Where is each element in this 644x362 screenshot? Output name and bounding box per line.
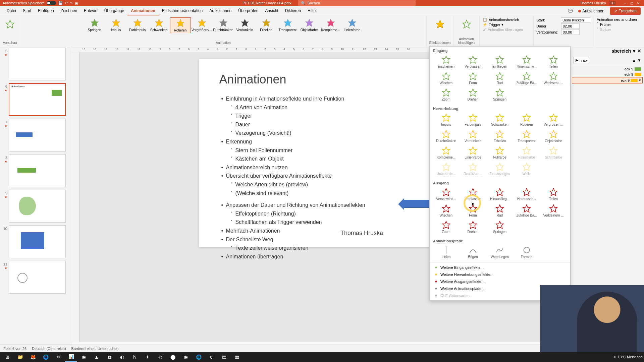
dropdown-item-form[interactable]: Form	[460, 203, 486, 219]
dropdown-item-verschwind[interactable]: Verschwind...	[433, 186, 459, 202]
app-icon-1[interactable]: ◉	[78, 352, 90, 362]
record-button[interactable]: Aufzeichnen	[576, 8, 607, 14]
redo-icon[interactable]: ↷	[70, 1, 73, 5]
thumbnail-10[interactable]: 10	[1, 225, 70, 258]
explorer-icon[interactable]: 📁	[14, 352, 26, 362]
ribbon-anim-verdunkeln[interactable]: Verdunkeln	[234, 17, 255, 33]
copy-anim-button[interactable]: 🖌 Animation übertragen	[483, 27, 531, 32]
dropdown-item-formen[interactable]: Formen	[514, 244, 540, 260]
dropdown-item-erhellen[interactable]: Erhellen	[487, 128, 513, 144]
dropdown-item-hineinschw[interactable]: Hineinschw...	[514, 54, 540, 70]
search-box[interactable]: 🔍 Suchen	[298, 0, 416, 6]
edge-icon[interactable]: e	[205, 352, 217, 362]
dropdown-item-teilen[interactable]: Teilen	[540, 54, 567, 70]
dropdown-item-schwanken[interactable]: Schwanken	[487, 112, 513, 128]
dropdown-item-drehen[interactable]: Drehen	[460, 219, 486, 235]
dropdown-footer-2[interactable]: ★ Weitere Ausgangseffekte...	[430, 278, 570, 285]
app-icon-4[interactable]: ◎	[154, 352, 166, 362]
outlook-icon[interactable]: ✉	[52, 352, 64, 362]
ribbon-anim-kompleme[interactable]: Kompleme...	[320, 17, 341, 33]
dropdown-item-bgen[interactable]: Bögen	[460, 244, 486, 260]
username[interactable]: Thomas Hruska	[580, 1, 606, 5]
ribbon-anim-erhellen[interactable]: Erhellen	[256, 17, 277, 33]
thumbnail-7[interactable]: 7★	[1, 119, 70, 152]
ribbon-anim-vergrern[interactable]: Vergrößern/...	[192, 17, 212, 33]
share-button[interactable]: ↗ Freigeben	[610, 7, 641, 15]
app-icon-8[interactable]: ▦	[231, 352, 243, 362]
menu-diktieren[interactable]: Diktieren	[282, 7, 304, 15]
dropdown-item-fllfarbe[interactable]: Füllfarbe	[487, 145, 513, 161]
vlc-icon[interactable]: ▲	[91, 352, 103, 362]
anim-pane-dropdown-icon[interactable]: ▾	[633, 48, 635, 54]
firefox-icon[interactable]: 🦊	[27, 352, 39, 362]
thumbnail-5[interactable]: 5★	[1, 48, 70, 80]
menu-datei[interactable]: Datei	[3, 7, 19, 15]
animation-dropdown[interactable]: EingangErscheinenVerblassenEinfliegenHin…	[429, 46, 570, 301]
dropdown-item-zuflligeba[interactable]: Zufällige Ba...	[514, 203, 540, 219]
dropdown-footer-0[interactable]: ★ Weitere Eingangseffekte...	[430, 264, 570, 271]
ribbon-anim-linienfarbe[interactable]: Linienfarbe	[342, 17, 363, 33]
ribbon-anim-schwanken[interactable]: Schwanken	[149, 17, 169, 33]
dropdown-item-transparent[interactable]: Transparent	[514, 128, 540, 144]
dropdown-item-verdunkeln[interactable]: Verdunkeln	[460, 128, 486, 144]
dropdown-item-rad[interactable]: Rad	[487, 203, 513, 219]
effect-options-button[interactable]	[433, 17, 447, 31]
dropdown-item-teilen[interactable]: Teilen	[540, 186, 567, 202]
slide-author[interactable]: Thomas Hruska	[340, 230, 383, 237]
present-icon[interactable]: ▣	[75, 1, 78, 5]
dropdown-item-linien[interactable]: Linien	[433, 244, 459, 260]
menu-bildschirmpräsentation[interactable]: Bildschirmpräsentation	[159, 7, 206, 15]
trigger-button[interactable]: ⚡ Trigger ▾	[483, 22, 531, 27]
minimize-button[interactable]: ─	[622, 1, 628, 5]
app-icon-6[interactable]: 🌐	[193, 352, 205, 362]
obs-icon[interactable]: ⬤	[167, 352, 179, 362]
ribbon-anim-transparent[interactable]: Transparent	[277, 17, 298, 33]
dropdown-item-wendungen[interactable]: Wendungen	[487, 244, 513, 260]
filename[interactable]: PPT 01 Roter Faden 004.pptx	[243, 1, 291, 5]
weather-widget[interactable]: ☀ 13°C Meist son	[613, 355, 643, 359]
maximize-button[interactable]: ▢	[629, 1, 635, 5]
play-from-button[interactable]: ▶ n ab	[573, 57, 589, 63]
accessibility-status[interactable]: Barrierefreiheit: Untersuchen	[71, 347, 119, 351]
dropdown-footer-1[interactable]: ★ Weitere Hervorhebungseffekte...	[430, 271, 570, 278]
dropdown-item-verkleinern[interactable]: Verkleinern ...	[540, 203, 567, 219]
menu-ansicht[interactable]: Ansicht	[262, 7, 281, 15]
menu-zeichnen[interactable]: Zeichnen	[57, 7, 80, 15]
anim-pane-button[interactable]: 📋 Animationsbereich	[483, 17, 531, 22]
autosave-toggle[interactable]	[47, 1, 56, 5]
ribbon-anim-rotieren[interactable]: Rotieren	[170, 17, 191, 33]
anim-pane-close-button[interactable]: ✕	[637, 48, 641, 54]
dropdown-item-hinausflieg[interactable]: Hinausflieg...	[487, 186, 513, 202]
dropdown-item-springen[interactable]: Springen	[487, 87, 513, 103]
dropdown-item-vergrern[interactable]: Vergrößern...	[540, 112, 567, 128]
app-icon-5[interactable]: ◉	[180, 352, 192, 362]
dropdown-item-wischen[interactable]: Wischen	[433, 203, 459, 219]
menu-aufzeichnen[interactable]: Aufzeichnen	[206, 7, 235, 15]
move-later-button[interactable]: ˅ Später	[597, 27, 611, 32]
onenote-icon[interactable]: N	[129, 352, 141, 362]
anim-pane-item-1[interactable]: eck 9	[572, 72, 643, 77]
thumbnail-11[interactable]: 11★	[1, 261, 70, 294]
telegram-icon[interactable]: ✈	[142, 352, 154, 362]
close-button[interactable]: ✕	[635, 1, 641, 5]
menu-überprüfen[interactable]: Überprüfen	[235, 7, 262, 15]
delay-input[interactable]	[561, 29, 580, 35]
dropdown-item-wachsenu[interactable]: Wachsen u...	[540, 70, 567, 86]
ribbon-anim-objektfarbe[interactable]: Objektfarbe	[299, 17, 320, 33]
dropdown-item-impuls[interactable]: Impuls	[433, 112, 459, 128]
app-icon-2[interactable]: ▦	[103, 352, 115, 362]
thumbnail-6[interactable]: 6★Animationen	[1, 83, 70, 116]
duration-input[interactable]	[561, 23, 580, 29]
dropdown-item-verblassen[interactable]: Verblassen	[460, 186, 486, 202]
ribbon-anim-impuls[interactable]: Impuls	[106, 17, 126, 33]
anim-pane-item-2[interactable]: eck 9▾	[572, 77, 643, 83]
dropdown-item-durchtrnken[interactable]: Durchtränken	[433, 128, 459, 144]
dropdown-item-rotieren[interactable]: Rotieren	[514, 112, 540, 128]
ribbon-anim-springen[interactable]: Springen	[84, 17, 105, 33]
add-animation-button[interactable]	[460, 17, 473, 31]
comments-icon[interactable]: 💬	[568, 9, 573, 13]
menu-übergänge[interactable]: Übergänge	[101, 7, 127, 15]
language[interactable]: Deutsch (Österreich)	[32, 347, 66, 351]
menu-einfügen[interactable]: Einfügen	[35, 7, 57, 15]
preview-button[interactable]	[3, 17, 17, 31]
